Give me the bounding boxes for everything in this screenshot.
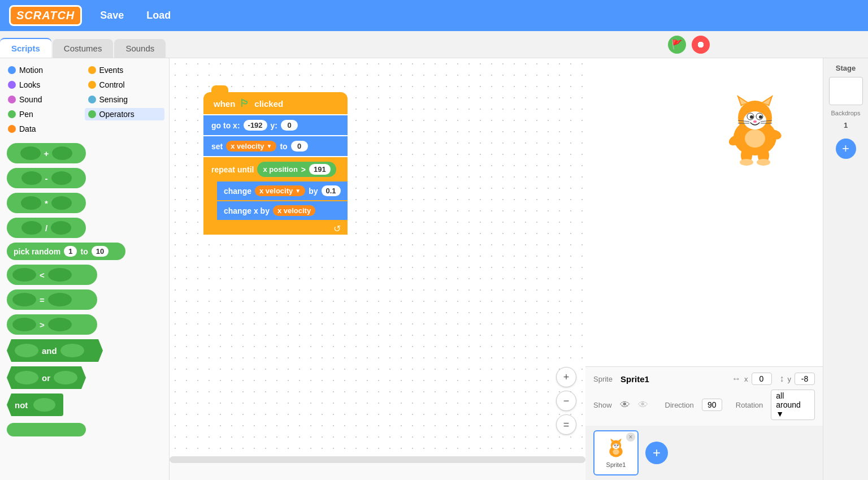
add-sprite-button[interactable]: + [645,442,668,464]
y-axis-icon: ↕ [780,374,784,384]
cat-data[interactable]: Data [5,123,85,135]
zoom-in-button[interactable]: + [556,367,576,387]
green-flag-button[interactable]: 🚩 [668,36,686,54]
repeat-until-header[interactable]: repeat until x position > 191 [203,157,348,181]
direction-label: Direction [665,401,694,409]
operator-add-block[interactable]: + [7,143,86,163]
operator-less-than-block[interactable]: < [7,265,97,285]
scratch-logo[interactable]: SCRATCH [9,5,82,26]
op-add-left-oval [20,146,41,160]
set-var-name: x velocity [231,142,264,150]
operator-greater-than-block[interactable]: > [7,314,97,335]
sprite-thumb-sprite1[interactable]: × Sprite1 [593,430,639,475]
pick-random-from[interactable]: 1 [64,246,77,257]
cmp-gt-symbol: > [40,320,45,330]
operator-or-block[interactable]: or [7,366,86,389]
svg-point-9 [750,115,753,119]
direction-value[interactable]: 90 [702,399,722,411]
sprite-thumb-name: Sprite1 [606,461,626,468]
change-x-by-velocity-block[interactable]: change x by x velocity [217,201,348,220]
cat-events-label: Events [99,66,124,75]
tab-bar: Scripts Costumes Sounds 🚩 ⏺ [0,31,868,58]
operator-subtract-block[interactable]: - [7,168,86,188]
save-button[interactable]: Save [96,7,128,24]
and-right-oval [60,344,84,357]
changex-var-name: x velocity [277,206,311,215]
op-sub-left-oval [21,171,42,185]
operator-multiply-block[interactable]: * [7,193,86,213]
right-panel: Sprite Sprite1 ↔ x 0 ↕ y -8 Show 👁 👁 Dir… [585,58,823,480]
sprite-show-row: Show 👁 👁 Direction 90 Rotation all aroun… [593,390,815,420]
horizontal-scrollbar[interactable] [170,456,585,463]
tab-scripts[interactable]: Scripts [0,38,51,58]
goto-xy-block[interactable]: go to x: -192 y: 0 [203,115,348,135]
change-var-name: x velocity [259,187,293,195]
sprite-thumb-image [605,438,627,460]
cmp-gt-left-oval [12,318,36,331]
cat-sound[interactable]: Sound [5,93,85,106]
repeat-until-label: repeat until [211,165,254,174]
goto-x-value[interactable]: -192 [244,120,267,131]
rotation-select[interactable]: all around ▼ [771,390,815,420]
block-stack: when 🏳 clicked go to x: -192 y: 0 [203,92,348,235]
cat-sensing-dot [88,96,96,103]
hat-block-when-flag-clicked[interactable]: when 🏳 clicked [203,92,348,114]
zoom-controls: + − = [556,367,576,435]
show-visible-icon[interactable]: 👁 [620,399,630,411]
cat-operators[interactable]: Operators [85,108,165,120]
repeat-until-block: repeat until x position > 191 [203,157,348,235]
changex-label: change x by [224,206,270,215]
stage-right-panel: Stage Backdrops 1 + [823,58,868,480]
change-val[interactable]: 0.1 [322,185,341,196]
cat-motion[interactable]: Motion [5,64,85,76]
rotation-arrow: ▼ [776,409,784,418]
and-label: and [42,346,57,356]
show-hidden-icon[interactable]: 👁 [638,399,648,411]
show-label: Show [593,401,612,409]
operator-and-block[interactable]: and [7,339,103,362]
svg-point-31 [617,445,618,446]
svg-point-22 [745,129,765,148]
y-value[interactable]: -8 [795,373,815,385]
cmp-lt-left-oval [12,268,36,282]
x-value[interactable]: 0 [752,373,772,385]
sprite-close-button[interactable]: × [626,433,635,442]
change-velocity-block[interactable]: change x velocity ▼ by 0.1 [217,181,348,200]
cat-events-dot [88,66,96,74]
scripts-area: when 🏳 clicked go to x: -192 y: 0 [170,58,585,480]
cat-pen-label: Pen [19,110,33,119]
cat-sensing[interactable]: Sensing [85,93,165,106]
pick-random-block[interactable]: pick random 1 to 10 [7,243,125,260]
hat-notch [211,85,228,93]
load-button[interactable]: Load [142,7,175,24]
zoom-out-button[interactable]: − [556,391,576,411]
tab-costumes[interactable]: Costumes [53,39,114,58]
zoom-reset-button[interactable]: = [556,414,576,435]
backdrops-count: 1 [844,121,848,129]
tab-sounds[interactable]: Sounds [114,39,166,58]
left-panel: Motion Events Looks Control Sound Sensin… [0,58,170,480]
cmp-lt-symbol: < [40,270,45,280]
op-mult-left-oval [21,196,41,210]
changex-var-pill: x velocity [273,205,315,216]
cond-val[interactable]: 191 [309,164,331,175]
cat-operators-label: Operators [99,110,134,119]
op-add-right-oval [52,146,72,160]
add-backdrop-button[interactable]: + [836,139,856,159]
cat-motion-dot [8,66,16,74]
stage-label: Stage [836,64,856,72]
pick-random-to[interactable]: 10 [92,246,108,257]
operator-equals-block[interactable]: = [7,289,97,310]
cat-pen[interactable]: Pen [5,108,85,120]
goto-y-value[interactable]: 0 [281,120,298,131]
operator-not-block[interactable]: not [7,393,63,416]
cat-control[interactable]: Control [85,79,165,91]
hat-clicked-label: clicked [254,99,283,109]
stage-backdrop-thumbnail[interactable] [829,77,863,105]
set-velocity-block[interactable]: set x velocity ▼ to 0 [203,136,348,156]
operator-divide-block[interactable]: / [7,218,86,238]
cat-events[interactable]: Events [85,64,165,76]
cat-looks[interactable]: Looks [5,79,85,91]
set-val[interactable]: 0 [291,141,308,152]
stop-button[interactable]: ⏺ [692,36,710,54]
